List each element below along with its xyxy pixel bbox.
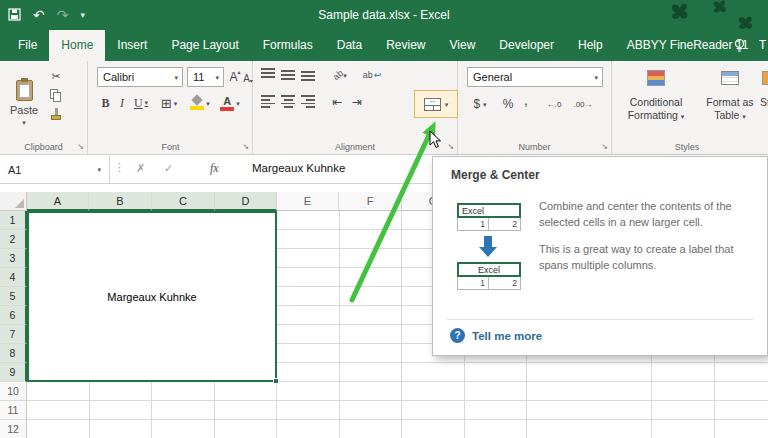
alignment-dialog-launcher[interactable]: ↘ [447, 142, 454, 151]
insert-function-button[interactable]: fx [210, 161, 219, 176]
select-all-corner[interactable] [0, 192, 27, 211]
copy-button[interactable] [48, 88, 64, 102]
font-color-button[interactable]: A ▾ [217, 94, 243, 112]
row-header-1[interactable]: 1 [0, 211, 27, 230]
wrap-text-button[interactable]: ab ↩ [357, 66, 387, 84]
column-header-e[interactable]: E [277, 192, 339, 211]
align-middle-button[interactable] [281, 68, 295, 81]
align-left-button[interactable] [261, 95, 275, 108]
tab-tell-me-partial[interactable]: T [755, 30, 768, 61]
row-header-6[interactable]: 6 [0, 306, 27, 325]
chevron-down-icon: ▾ [211, 74, 223, 81]
formula-bar-content[interactable]: Margeaux Kuhnke [252, 162, 345, 174]
format-painter-button[interactable] [48, 107, 64, 121]
column-header-c[interactable]: C [152, 192, 215, 211]
format-as-table-label[interactable]: Format as Table ▾ [700, 96, 760, 122]
align-top-icon [261, 68, 275, 81]
chevron-down-icon: ▾ [170, 74, 182, 81]
name-box[interactable]: A1 ▾ [0, 156, 110, 183]
cell-styles-button[interactable] [762, 68, 768, 88]
cell-styles-label-partial[interactable]: St [760, 96, 768, 109]
column-header-d[interactable]: D [215, 192, 277, 211]
tooltip-title: Merge & Center [451, 168, 540, 182]
caret-down-icon: ▾ [174, 100, 178, 107]
cut-button[interactable]: ✂ [48, 69, 64, 83]
row-header-4[interactable]: 4 [0, 268, 27, 287]
conditional-formatting-button[interactable] [624, 68, 688, 88]
align-right-button[interactable] [301, 95, 315, 108]
align-bottom-button[interactable] [301, 68, 315, 81]
fill-color-button[interactable]: ▾ [187, 94, 213, 112]
row-header-9[interactable]: 9 [0, 363, 27, 382]
help-question-icon: ? [450, 328, 465, 343]
increase-indent-button[interactable]: ⇥ [349, 94, 365, 110]
format-as-table-button[interactable] [704, 68, 756, 88]
decorative-butterflies [658, 0, 768, 30]
row-header-12[interactable]: 12 [0, 420, 27, 438]
borders-button[interactable]: ⊞▾ [157, 94, 181, 112]
font-dialog-launcher[interactable]: ↘ [242, 142, 249, 151]
accounting-format-button[interactable]: $▾ [468, 96, 492, 112]
tab-insert[interactable]: Insert [105, 30, 159, 61]
comma-style-button[interactable]: , [520, 92, 532, 108]
orientation-button[interactable]: ab ▾ [329, 66, 351, 84]
row-header-5[interactable]: 5 [0, 287, 27, 306]
name-box-dropdown-icon[interactable]: ▾ [97, 166, 109, 173]
merge-and-center-button[interactable]: ↔ ▾ [414, 90, 458, 118]
tab-home[interactable]: Home [49, 30, 105, 61]
font-group-label: Font [89, 142, 252, 152]
title-bar: ↶ ↷ ▾ Sample data.xlsx - Excel [0, 0, 768, 30]
orientation-icon: ab [331, 68, 345, 82]
enter-button[interactable]: ✓ [164, 162, 173, 175]
font-name-combo[interactable]: Calibri ▾ [97, 67, 183, 87]
decrease-decimal-button[interactable]: .00→ [570, 97, 596, 111]
tell-me-lightbulb-icon[interactable] [733, 38, 746, 57]
row-header-3[interactable]: 3 [0, 249, 27, 268]
cancel-button[interactable]: ✗ [136, 162, 145, 175]
align-top-button[interactable] [261, 68, 275, 81]
row-header-2[interactable]: 2 [0, 230, 27, 249]
row-header-10[interactable]: 10 [0, 382, 27, 401]
increase-decimal-button[interactable]: ←.0 [542, 97, 566, 111]
column-header-b[interactable]: B [89, 192, 152, 211]
group-styles: Conditional Formatting ▾ Format as Table… [612, 61, 768, 154]
row-header-11[interactable]: 11 [0, 401, 27, 420]
row-header-8[interactable]: 8 [0, 344, 27, 363]
tab-file[interactable]: File [6, 30, 49, 61]
italic-button[interactable]: I [116, 95, 128, 112]
formula-bar-resize-handle[interactable]: ⋮ [114, 161, 125, 174]
number-dialog-launcher[interactable]: ↘ [601, 142, 608, 151]
number-format-combo[interactable]: General ▾ [467, 67, 603, 87]
caret-down-icon: ▾ [206, 100, 210, 107]
decrease-indent-button[interactable]: ⇤ [329, 94, 345, 110]
column-header-f[interactable]: F [339, 192, 402, 211]
illustration-before-table: Excel 1 2 [457, 203, 521, 231]
grow-font-icon: A [229, 70, 237, 84]
tell-me-more-label: Tell me more [472, 330, 542, 342]
font-size-combo[interactable]: 11 ▾ [187, 67, 224, 87]
underline-button[interactable]: U▾ [131, 95, 151, 112]
merge-center-dropdown-icon[interactable]: ▾ [445, 101, 449, 108]
percent-style-button[interactable]: % [500, 96, 516, 112]
copy-icon [50, 89, 62, 102]
decrease-decimal-icon: .00→ [573, 100, 592, 109]
paste-button[interactable]: Paste ▾ [6, 65, 42, 141]
tooltip-paragraph-2: This is a great way to create a label th… [539, 242, 753, 274]
tab-help[interactable]: Help [566, 30, 615, 61]
tab-review[interactable]: Review [374, 30, 437, 61]
column-header-a[interactable]: A [27, 192, 89, 211]
row-header-7[interactable]: 7 [0, 325, 27, 344]
tab-data[interactable]: Data [325, 30, 374, 61]
conditional-formatting-label[interactable]: Conditional Formatting ▾ [614, 96, 698, 122]
fill-handle[interactable] [273, 378, 279, 384]
align-center-button[interactable] [281, 95, 295, 108]
tell-me-more-link[interactable]: ? Tell me more [450, 328, 542, 343]
clipboard-dialog-launcher[interactable]: ↘ [77, 142, 84, 151]
tab-view[interactable]: View [438, 30, 488, 61]
tab-page-layout[interactable]: Page Layout [159, 30, 250, 61]
selected-merged-cell[interactable]: Margeaux Kuhnke [27, 211, 277, 382]
tab-formulas[interactable]: Formulas [251, 30, 325, 61]
tab-developer[interactable]: Developer [487, 30, 566, 61]
bold-button[interactable]: B [99, 95, 112, 112]
grow-font-button[interactable]: A▴ [228, 69, 242, 85]
